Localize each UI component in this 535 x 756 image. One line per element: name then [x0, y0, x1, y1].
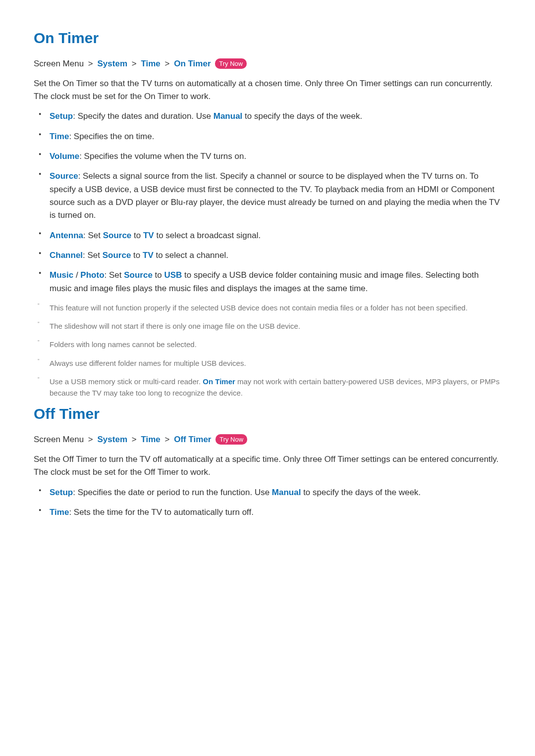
text: : Sets the time for the TV to automatica…	[69, 507, 254, 517]
breadcrumb-sep: >	[163, 59, 172, 68]
list-item-setup: Setup: Specify the dates and duration. U…	[50, 110, 501, 123]
list-item-setup: Setup: Specifies the date or period to r…	[50, 486, 501, 499]
try-now-badge[interactable]: Try Now	[215, 58, 247, 69]
note-item: Always use different folder names for mu…	[50, 357, 501, 369]
breadcrumb-sep: >	[130, 59, 139, 68]
term-source-inline: Source	[103, 231, 132, 240]
list-item-source: Source: Selects a signal source from the…	[50, 170, 501, 222]
list-item-antenna: Antenna: Set Source to TV to select a br…	[50, 229, 501, 242]
breadcrumb-on-timer[interactable]: On Timer	[174, 59, 211, 68]
text: : Specify the dates and duration. Use	[73, 111, 214, 121]
term-channel: Channel	[50, 251, 83, 260]
text: Use a USB memory stick or multi-card rea…	[50, 377, 203, 386]
text: : Specifies the volume when the TV turns…	[79, 151, 246, 161]
breadcrumb-system[interactable]: System	[98, 435, 127, 444]
breadcrumb-time[interactable]: Time	[141, 435, 160, 444]
text: to	[131, 251, 143, 260]
breadcrumb-sep: >	[130, 435, 139, 444]
text: to specify the days of the week.	[242, 111, 362, 121]
list-item-time: Time: Specifies the on time.	[50, 130, 501, 143]
list-item-volume: Volume: Specifies the volume when the TV…	[50, 150, 501, 163]
text: : Specifies the on time.	[69, 132, 154, 141]
breadcrumb-time[interactable]: Time	[141, 59, 160, 68]
off-timer-feature-list: Setup: Specifies the date or period to r…	[34, 486, 501, 519]
term-source: Source	[50, 171, 78, 181]
list-item-music-photo: Music / Photo: Set Source to USB to spec…	[50, 269, 501, 295]
off-timer-heading: Off Timer	[34, 405, 501, 422]
breadcrumb-sep: >	[86, 435, 95, 444]
term-photo: Photo	[80, 270, 104, 280]
on-timer-intro: Set the On Timer so that the TV turns on…	[34, 77, 501, 103]
term-music: Music	[50, 270, 73, 280]
term-time: Time	[50, 132, 69, 141]
term-tv: TV	[143, 231, 154, 240]
breadcrumb-system[interactable]: System	[98, 59, 127, 68]
text: : Set	[83, 251, 103, 260]
term-on-timer-inline: On Timer	[203, 377, 235, 386]
list-item-time: Time: Sets the time for the TV to automa…	[50, 506, 501, 519]
term-setup: Setup	[50, 488, 73, 497]
term-source-inline: Source	[124, 270, 153, 280]
text: : Specifies the date or period to run th…	[73, 488, 272, 497]
breadcrumb-root: Screen Menu	[34, 59, 84, 68]
list-item-channel: Channel: Set Source to TV to select a ch…	[50, 249, 501, 262]
term-time: Time	[50, 507, 69, 517]
off-timer-intro: Set the Off Timer to turn the TV off aut…	[34, 453, 501, 479]
on-timer-feature-list: Setup: Specify the dates and duration. U…	[34, 110, 501, 295]
text: : Set	[83, 231, 103, 240]
note-item: Folders with long names cannot be select…	[50, 339, 501, 350]
text: to select a broadcast signal.	[154, 231, 261, 240]
term-tv: TV	[143, 251, 154, 260]
term-volume: Volume	[50, 151, 79, 161]
text: to specify the days of the week.	[301, 488, 421, 497]
term-manual: Manual	[214, 111, 243, 121]
on-timer-notes: This feature will not function properly …	[34, 302, 501, 399]
text: to	[131, 231, 143, 240]
breadcrumb-sep: >	[86, 59, 95, 68]
note-item: Use a USB memory stick or multi-card rea…	[50, 376, 501, 399]
term-usb: USB	[164, 270, 182, 280]
page-content: On Timer Screen Menu > System > Time > O…	[0, 0, 535, 555]
text: /	[73, 270, 80, 280]
term-source-inline: Source	[103, 251, 131, 260]
on-timer-heading: On Timer	[34, 30, 501, 47]
term-antenna: Antenna	[50, 231, 83, 240]
term-setup: Setup	[50, 111, 73, 121]
try-now-badge[interactable]: Try Now	[215, 434, 247, 445]
text: to	[153, 270, 164, 280]
text: : Set	[105, 270, 124, 280]
term-manual: Manual	[272, 488, 301, 497]
note-item: This feature will not function properly …	[50, 302, 501, 313]
on-timer-breadcrumb: Screen Menu > System > Time > On Timer T…	[34, 57, 501, 70]
breadcrumb-root: Screen Menu	[34, 435, 84, 444]
breadcrumb-off-timer[interactable]: Off Timer	[174, 435, 211, 444]
breadcrumb-sep: >	[163, 435, 172, 444]
note-item: The slideshow will not start if there is…	[50, 320, 501, 332]
text: : Selects a signal source from the list.…	[50, 171, 500, 220]
text: to select a channel.	[154, 251, 228, 260]
off-timer-breadcrumb: Screen Menu > System > Time > Off Timer …	[34, 433, 501, 446]
